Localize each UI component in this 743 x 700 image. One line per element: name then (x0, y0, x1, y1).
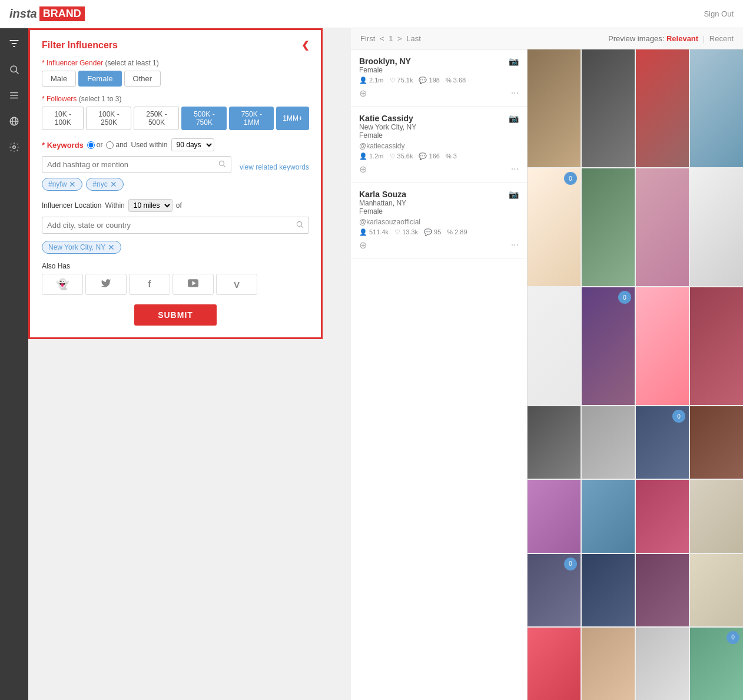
location-tag-nyc-label: New York City, NY (48, 243, 105, 251)
search-icon (9, 64, 19, 78)
follower-100k-250k[interactable]: 100K - 250K (86, 107, 131, 130)
photo-cell[interactable] (528, 287, 581, 405)
influencer-actions: ⊕ ··· (359, 164, 519, 175)
photo-cell[interactable] (582, 628, 635, 700)
sign-out-link[interactable]: Sign Out (704, 9, 734, 18)
location-tag-nyc: New York City, NY ✕ (42, 241, 121, 254)
photo-cell[interactable] (636, 168, 689, 286)
location-input[interactable] (47, 221, 296, 230)
photo-cell[interactable] (528, 480, 581, 552)
keywords-or-radio[interactable] (87, 141, 95, 149)
stat-likes: ♡ 75.1k (390, 77, 413, 84)
location-label-text: Influencer Location (42, 201, 101, 210)
keywords-and-radio[interactable] (106, 141, 114, 149)
pagination-first[interactable]: First (360, 34, 375, 43)
stat-comments: 💬 95 (424, 228, 441, 236)
facebook-icon: f (148, 279, 151, 290)
photo-cell[interactable]: 0 (528, 554, 581, 626)
follower-10k-100k[interactable]: 10K - 100K (42, 107, 84, 130)
gender-male-button[interactable]: Male (42, 71, 76, 87)
twitter-button[interactable] (85, 274, 127, 295)
keywords-label-text: * Keywords (42, 141, 84, 150)
photo-cell[interactable] (582, 168, 635, 286)
days-select[interactable]: 90 days 30 days 60 days (171, 138, 214, 151)
add-button[interactable]: ⊕ (359, 240, 367, 251)
preview-text: Preview images: Relevant | Recent (608, 34, 734, 43)
photo-cell[interactable] (528, 49, 581, 167)
keyword-tag-nyc: #nyc ✕ (86, 178, 123, 191)
influencer-stats: 👤 511.4k ♡ 13.3k 💬 95 % 2.89 (359, 228, 519, 236)
add-button[interactable]: ⊕ (359, 88, 367, 99)
photo-cell[interactable] (636, 628, 689, 700)
follower-750k-1mm[interactable]: 750K - 1MM (229, 107, 274, 130)
keyword-tag-nyfw-remove[interactable]: ✕ (69, 180, 76, 188)
sidebar-item-globe[interactable] (2, 111, 26, 134)
miles-select[interactable]: 10 miles 25 miles 50 miles (128, 199, 173, 212)
sidebar-item-filter[interactable] (2, 33, 26, 57)
pagination-1[interactable]: 1 (389, 34, 393, 43)
gender-other-button[interactable]: Other (124, 71, 161, 87)
photo-cell[interactable] (636, 49, 689, 167)
photo-cell[interactable]: 0 (582, 287, 635, 405)
keyword-tag-nyc-remove[interactable]: ✕ (110, 180, 117, 188)
preview-relevant-link[interactable]: Relevant (666, 34, 698, 43)
instagram-icon: 📷 (509, 190, 519, 199)
follower-500k-750k[interactable]: 500K - 750K (181, 107, 227, 130)
photo-cell[interactable] (528, 406, 581, 479)
sidebar-item-list[interactable] (2, 85, 26, 108)
photo-cell[interactable] (582, 480, 635, 552)
more-button[interactable]: ··· (511, 88, 519, 99)
keywords-and-label[interactable]: and (106, 141, 127, 149)
more-button[interactable]: ··· (511, 164, 519, 175)
follower-250k-500k[interactable]: 250K - 500K (134, 107, 179, 130)
photo-cell[interactable] (582, 49, 635, 167)
pagination-last[interactable]: Last (406, 34, 421, 43)
add-button[interactable]: ⊕ (359, 164, 367, 175)
filter-collapse-button[interactable]: ❮ (301, 39, 309, 51)
also-has-section: Also Has 👻 f (42, 262, 309, 295)
photo-cell[interactable] (582, 406, 635, 479)
preview-header: First < 1 > Last Preview images: Relevan… (351, 28, 743, 49)
location-tag-nyc-remove[interactable]: ✕ (108, 243, 115, 251)
photo-cell[interactable] (690, 287, 743, 405)
photo-cell[interactable] (636, 554, 689, 626)
keyword-search-icon[interactable] (218, 160, 226, 170)
snapchat-button[interactable]: 👻 (42, 274, 83, 295)
location-search-icon[interactable] (296, 220, 304, 230)
influencer-gender: Female (359, 131, 519, 140)
gender-female-button[interactable]: Female (78, 71, 121, 87)
stat-likes: ♡ 35.6k (390, 152, 413, 160)
photo-cell[interactable] (582, 554, 635, 626)
photo-cell[interactable] (636, 287, 689, 405)
youtube-button[interactable] (173, 274, 214, 295)
keyword-tags-row: #nyfw ✕ #nyc ✕ (42, 178, 309, 191)
photo-cell[interactable] (636, 480, 689, 552)
photo-cell[interactable]: 0 (528, 168, 581, 286)
svg-point-3 (11, 66, 17, 72)
photo-badge: 0 (672, 410, 685, 423)
location-section: Influencer Location Within 10 miles 25 m… (42, 199, 309, 254)
photo-cell[interactable] (690, 168, 743, 286)
photo-cell[interactable] (690, 554, 743, 626)
photo-cell[interactable] (690, 49, 743, 167)
pipe-separator: | (703, 34, 705, 43)
used-within-label: Used within (131, 141, 168, 149)
submit-button[interactable]: SUBMIT (134, 304, 217, 326)
follower-1mm-plus[interactable]: 1MM+ (276, 107, 309, 130)
preview-recent-link[interactable]: Recent (709, 34, 734, 43)
stat-likes: ♡ 13.3k (394, 228, 418, 236)
sidebar-item-search[interactable] (2, 59, 26, 82)
vine-button[interactable]: V (216, 274, 257, 295)
facebook-button[interactable]: f (129, 274, 170, 295)
more-button[interactable]: ··· (511, 240, 519, 251)
photo-cell[interactable] (690, 480, 743, 552)
photo-cell[interactable] (690, 406, 743, 479)
sidebar-item-settings[interactable] (2, 137, 26, 160)
photo-cell[interactable] (528, 628, 581, 700)
photo-cell[interactable]: 0 (636, 406, 689, 479)
photo-cell[interactable]: 0 (690, 628, 743, 700)
keywords-or-label[interactable]: or (87, 141, 103, 149)
keyword-input[interactable] (47, 160, 218, 169)
view-related-keywords-link[interactable]: view related keywords (240, 163, 309, 171)
snapchat-icon: 👻 (56, 278, 69, 291)
